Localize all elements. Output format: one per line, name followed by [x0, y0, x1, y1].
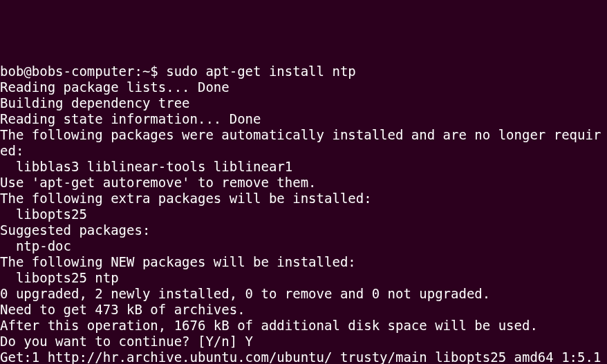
output-line: Suggested packages:: [0, 222, 607, 238]
output-line: libblas3 liblinear-tools liblinear1: [0, 159, 607, 175]
output-line: Reading package lists... Done: [0, 79, 607, 95]
shell-prompt: bob@bobs-computer:~$: [0, 64, 166, 79]
output-line: Building dependency tree: [0, 95, 607, 111]
output-line: 0 upgraded, 2 newly installed, 0 to remo…: [0, 286, 607, 302]
output-line: The following NEW packages will be insta…: [0, 254, 607, 270]
output-line: Do you want to continue? [Y/n] Y: [0, 334, 607, 349]
output-line: Reading state information... Done: [0, 111, 607, 127]
output-line: libopts25: [0, 207, 607, 222]
output-line: The following packages were automaticall…: [0, 127, 607, 159]
output-line: After this operation, 1676 kB of additio…: [0, 318, 607, 334]
output-line: Need to get 473 kB of archives.: [0, 302, 607, 318]
output-line: ntp-doc: [0, 238, 607, 254]
terminal-window[interactable]: bob@bobs-computer:~$ sudo apt-get instal…: [0, 64, 607, 364]
output-line: Get:1 http://hr.archive.ubuntu.com/ubunt…: [0, 349, 607, 364]
output-line: libopts25 ntp: [0, 270, 607, 286]
command-line: bob@bobs-computer:~$ sudo apt-get instal…: [0, 64, 607, 79]
output-line: The following extra packages will be ins…: [0, 191, 607, 207]
output-line: Use 'apt-get autoremove' to remove them.: [0, 175, 607, 191]
command-text: sudo apt-get install ntp: [166, 64, 356, 79]
